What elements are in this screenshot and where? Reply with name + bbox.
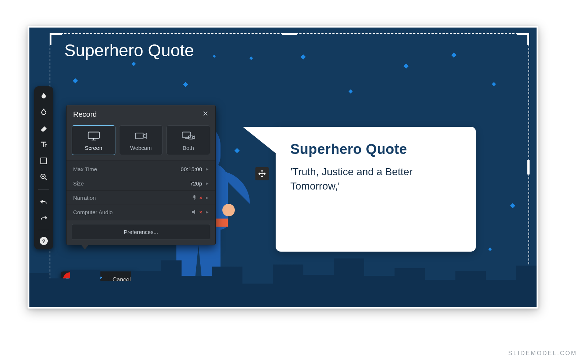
pen-filled-tool[interactable] bbox=[38, 91, 49, 102]
bubble-title: Superhero Quote bbox=[290, 141, 461, 157]
setting-label: Size bbox=[73, 180, 84, 187]
mode-label: Screen bbox=[85, 145, 103, 151]
help-button[interactable]: ? bbox=[40, 237, 48, 245]
record-mode-both[interactable]: Both bbox=[166, 125, 210, 155]
star-decoration bbox=[488, 248, 492, 251]
record-controls-bar: Rec Cancel bbox=[61, 271, 137, 288]
slide-canvas: Superhero Quote bbox=[29, 28, 537, 307]
chevron-right-icon: ▸ bbox=[206, 209, 209, 215]
close-button[interactable] bbox=[202, 110, 209, 119]
star-decoration bbox=[404, 64, 409, 69]
svg-rect-6 bbox=[194, 195, 196, 198]
crop-handle-right[interactable] bbox=[527, 160, 530, 174]
record-mode-screen[interactable]: Screen bbox=[72, 125, 115, 155]
chevron-right-icon: ▸ bbox=[206, 194, 209, 201]
bubble-text: 'Truth, Justice and a Better Tomorrow,' bbox=[290, 165, 461, 193]
speaker-muted-icon: × bbox=[191, 209, 202, 215]
move-region-handle[interactable] bbox=[255, 167, 269, 180]
rectangle-tool[interactable] bbox=[38, 155, 49, 166]
chevron-right-icon: ▸ bbox=[206, 180, 209, 187]
svg-rect-2 bbox=[88, 132, 99, 138]
setting-value: 720p bbox=[190, 180, 202, 187]
record-mode-webcam[interactable]: Webcam bbox=[119, 125, 163, 155]
crop-handle-bottom-right[interactable] bbox=[517, 289, 529, 301]
record-button[interactable]: Rec bbox=[63, 272, 78, 288]
pen-outline-tool[interactable] bbox=[38, 107, 49, 118]
move-icon bbox=[258, 170, 266, 178]
crop-handle-top-right[interactable] bbox=[517, 33, 529, 45]
chevron-right-icon: ▸ bbox=[206, 166, 209, 172]
crop-handle-top[interactable] bbox=[282, 33, 297, 35]
star-decoration bbox=[183, 82, 188, 87]
record-panel[interactable]: Record Screen Webcam Both bbox=[66, 105, 216, 245]
record-panel-title: Record bbox=[73, 110, 97, 119]
eraser-tool[interactable] bbox=[38, 123, 49, 134]
annotation-toolbar: ? bbox=[34, 86, 53, 249]
controls-divider bbox=[108, 275, 108, 285]
cancel-button[interactable]: Cancel bbox=[112, 277, 131, 283]
gear-icon bbox=[83, 275, 91, 283]
star-decoration bbox=[492, 82, 496, 86]
svg-rect-4 bbox=[182, 132, 190, 137]
pencil-icon bbox=[95, 275, 103, 283]
close-icon bbox=[202, 110, 209, 117]
setting-computer-audio[interactable]: Computer Audio × ▸ bbox=[67, 205, 215, 219]
star-decoration bbox=[73, 78, 78, 83]
monitor-icon bbox=[87, 131, 101, 141]
setting-label: Computer Audio bbox=[73, 209, 113, 215]
svg-point-7 bbox=[86, 278, 88, 280]
annotate-button[interactable] bbox=[95, 275, 103, 285]
microphone-muted-icon: × bbox=[191, 194, 202, 201]
svg-rect-0 bbox=[41, 158, 47, 164]
undo-tool[interactable] bbox=[38, 196, 49, 207]
star-decoration bbox=[250, 57, 253, 60]
presentation-card: Superhero Quote bbox=[28, 26, 538, 309]
setting-label: Max Time bbox=[73, 166, 97, 172]
slide-title: Superhero Quote bbox=[64, 40, 194, 60]
toolbar-divider bbox=[38, 230, 49, 230]
mode-label: Webcam bbox=[130, 145, 152, 151]
setting-max-time[interactable]: Max Time 00:15:00 ▸ bbox=[67, 162, 215, 176]
screen-plus-webcam-icon bbox=[182, 131, 196, 141]
mode-label: Both bbox=[183, 145, 194, 151]
quote-speech-bubble: Superhero Quote 'Truth, Justice and a Be… bbox=[276, 127, 476, 252]
text-tool[interactable] bbox=[38, 139, 49, 150]
toolbar-divider bbox=[38, 189, 49, 190]
setting-value: 00:15:00 bbox=[181, 166, 202, 172]
star-decoration bbox=[301, 54, 306, 60]
setting-narration[interactable]: Narration × ▸ bbox=[67, 191, 215, 205]
star-decoration bbox=[132, 62, 136, 66]
setting-size[interactable]: Size 720p ▸ bbox=[67, 176, 215, 191]
preferences-button[interactable]: Preferences... bbox=[72, 224, 210, 240]
watermark: SLIDEMODEL.COM bbox=[508, 350, 577, 357]
star-decoration bbox=[451, 53, 456, 58]
setting-label: Narration bbox=[73, 195, 96, 201]
star-decoration bbox=[510, 203, 515, 208]
zoom-tool[interactable] bbox=[38, 172, 49, 183]
star-decoration bbox=[348, 89, 352, 93]
redo-tool[interactable] bbox=[38, 212, 49, 223]
settings-button[interactable] bbox=[83, 275, 91, 285]
crop-handle-bottom-left[interactable] bbox=[50, 289, 62, 301]
star-decoration bbox=[213, 55, 216, 58]
svg-rect-3 bbox=[135, 133, 143, 138]
crop-handle-bottom[interactable] bbox=[282, 299, 297, 302]
webcam-icon bbox=[134, 131, 148, 141]
crop-handle-top-left[interactable] bbox=[50, 33, 62, 45]
